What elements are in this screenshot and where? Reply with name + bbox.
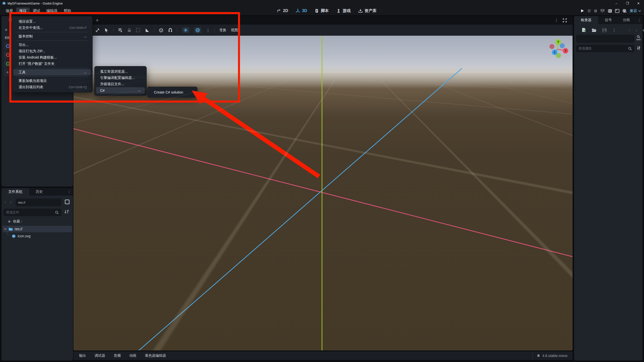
project-menu: 项目设置... → 在文件中查找... Ctrl+Shift+F → → 版本控… — [12, 16, 93, 93]
tab-inspector[interactable]: 检查器 — [574, 16, 598, 24]
path-field[interactable]: res:// — [16, 199, 61, 206]
object-history-icon[interactable]: ↺ — [642, 28, 644, 33]
project-menu-item[interactable]: 安装 Android 构建模板... → — [13, 54, 91, 61]
group-icon[interactable] — [136, 28, 140, 32]
dock-options-icon[interactable]: ⋮ — [67, 188, 71, 196]
tab-filesystem[interactable]: 文件系统 — [2, 188, 29, 196]
maximize-button[interactable]: ❐ — [622, 0, 633, 7]
tools-submenu-item[interactable]: 引擎编译配置编辑器... → — [96, 75, 145, 81]
viewport-3d[interactable]: Y X Z — [73, 36, 573, 350]
tree-row-res-root[interactable]: res:// — [3, 226, 72, 232]
tree-row-icon-svg[interactable]: icon.svg — [3, 233, 72, 239]
play-button[interactable] — [580, 9, 584, 13]
project-menu-item[interactable]: 项目打包为 ZIP... → — [13, 48, 91, 54]
lock-icon[interactable] — [127, 28, 131, 32]
project-menu-item[interactable]: 退出到项目列表 Ctrl+Shift+Q → — [13, 84, 91, 90]
notification-bell-icon[interactable] — [537, 354, 540, 358]
scale-mode-icon[interactable] — [95, 28, 100, 33]
nav-back-icon[interactable]: ‹ — [5, 200, 6, 205]
plus-icon: + — [6, 70, 9, 75]
resource-options-icon[interactable]: ⋮ — [612, 28, 616, 32]
bottom-panel-button[interactable]: 音频 — [114, 353, 121, 358]
bottom-panel-button[interactable]: 着色器编辑器 — [145, 353, 166, 358]
project-menu-item[interactable]: 在文件中查找... Ctrl+Shift+F → — [13, 25, 91, 31]
history-back-icon[interactable]: ‹ — [629, 28, 630, 33]
viewport-options-icon[interactable]: ⋮ — [554, 18, 558, 23]
select-mode-icon[interactable] — [104, 28, 109, 32]
movie-play-button[interactable] — [608, 9, 612, 13]
bottom-panel-button[interactable]: 动画 — [129, 353, 136, 358]
bottom-panel-button[interactable]: 调试器 — [95, 353, 105, 358]
project-menu-item[interactable]: 项目设置... → — [13, 18, 91, 25]
project-menu-item[interactable]: 版本控制 → — [13, 33, 91, 39]
menubar-item[interactable]: 项目 — [16, 8, 30, 14]
history-forward-icon[interactable]: › — [636, 28, 637, 33]
godot-logo-icon — [2, 1, 6, 5]
transform-menu[interactable]: 变换 — [219, 28, 226, 32]
tab-3d[interactable]: 3D — [296, 9, 307, 13]
neg-z-ball[interactable] — [560, 43, 565, 48]
tab-game[interactable]: 游戏 — [336, 8, 351, 14]
extra-options-icon[interactable]: ⋮ — [206, 28, 210, 33]
add-node-icon[interactable]: + — [5, 27, 8, 33]
node-name-bar[interactable] — [576, 35, 634, 43]
doc-search-icon[interactable]: DOC — [636, 35, 641, 41]
script-icon — [315, 9, 319, 13]
list-select-icon[interactable] — [118, 28, 123, 33]
menubar-item[interactable]: 场景 — [3, 8, 16, 14]
add-scene-tab-icon[interactable]: + — [96, 17, 99, 24]
menubar-item[interactable]: 调试 — [30, 8, 43, 14]
project-menu-item[interactable]: → — [16, 68, 88, 68]
tools-submenu-item[interactable]: 升级项目文件... → — [96, 81, 145, 87]
tab-script[interactable]: 脚本 — [315, 8, 329, 14]
view-menu[interactable]: 视图 — [231, 28, 238, 32]
menubar-item[interactable]: 帮助 — [61, 8, 74, 14]
tools-submenu-item[interactable]: C# → — [96, 87, 145, 94]
project-menu-item[interactable]: → — [16, 32, 88, 32]
close-button[interactable]: ✕ — [633, 0, 644, 7]
load-resource-icon[interactable] — [592, 28, 597, 32]
project-menu-item[interactable]: → — [16, 40, 88, 41]
sort-files-icon[interactable] — [64, 209, 69, 214]
movie-reel-button[interactable] — [622, 9, 627, 13]
ruler-icon[interactable] — [145, 28, 149, 32]
view-axis-gizmo[interactable]: Y X Z — [546, 38, 572, 62]
search-icon — [55, 211, 59, 214]
tab-assetlib[interactable]: 资产库 — [358, 8, 377, 14]
save-icon[interactable] — [602, 28, 607, 32]
project-menu-item[interactable]: 打开 “用户数据” 文件夹 → — [13, 61, 91, 67]
menubar-item[interactable]: 编辑器 — [43, 8, 61, 14]
filter-properties-input[interactable]: 筛选属性 — [576, 45, 634, 52]
remote-debug-button[interactable] — [600, 9, 605, 13]
stop-button[interactable] — [594, 9, 597, 13]
csharp-submenu-item[interactable]: Create C# solution — [149, 89, 196, 95]
tab-2d[interactable]: 2D — [277, 9, 288, 13]
nav-forward-icon[interactable]: › — [10, 200, 12, 205]
dock-options-icon[interactable]: ⋮ — [637, 16, 641, 24]
project-menu-item[interactable]: 重新加载当前项目 → — [13, 78, 91, 84]
movie-frame-button[interactable] — [615, 9, 619, 13]
magnet-icon[interactable] — [168, 28, 173, 32]
tab-groups[interactable]: 分组 — [618, 16, 634, 24]
new-resource-icon[interactable] — [582, 28, 586, 33]
project-menu-item[interactable]: 导出... → — [13, 42, 91, 48]
split-view-icon[interactable] — [64, 199, 70, 205]
filter-files-input[interactable]: 筛选文件 — [4, 209, 61, 216]
preview-sunlight-toggle[interactable] — [182, 27, 189, 33]
godot-file-icon — [12, 234, 16, 238]
preview-environment-toggle[interactable] — [194, 27, 202, 33]
title-bar: MyGFrameworkGame - Godot Engine – ❐ ✕ — [0, 0, 644, 7]
renderer-select[interactable]: 兼容 — [630, 9, 641, 13]
neg-x-ball[interactable] — [549, 44, 554, 49]
project-menu-item[interactable]: 工具 → — [13, 69, 91, 75]
property-tools-icon[interactable] — [636, 46, 641, 50]
tab-signals[interactable]: 信号 — [600, 16, 616, 24]
pause-button[interactable] — [587, 9, 591, 13]
bottom-panel-button[interactable]: 输出 — [79, 353, 86, 358]
snap-object-icon[interactable] — [159, 28, 164, 33]
fullscreen-icon[interactable] — [562, 18, 567, 23]
tab-history[interactable]: 历史 — [31, 188, 47, 196]
minimize-button[interactable]: – — [611, 0, 622, 7]
project-menu-item[interactable]: → — [16, 76, 88, 77]
tools-submenu-item[interactable]: 孤立资源浏览器... → — [96, 68, 145, 75]
